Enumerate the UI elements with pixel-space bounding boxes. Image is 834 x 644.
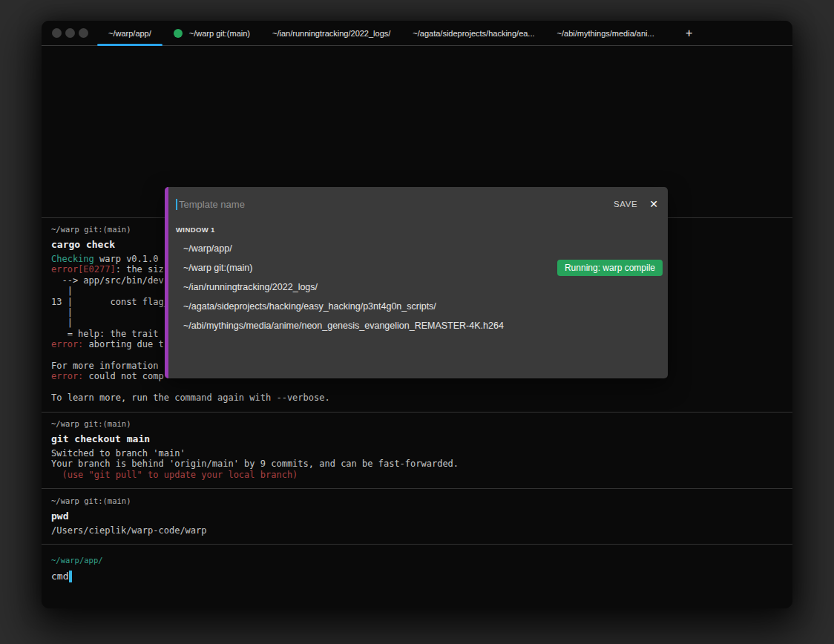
command-text: git checkout main bbox=[51, 433, 783, 445]
tab-runningtracking-logs[interactable]: ~/ian/runningtracking/2022_logs/ bbox=[261, 21, 401, 45]
template-pane-item[interactable]: ~/abi/mythings/media/anime/neon_genesis_… bbox=[165, 316, 668, 335]
pane-path: ~/ian/runningtracking/2022_logs/ bbox=[183, 282, 318, 292]
template-name-input[interactable] bbox=[179, 199, 614, 210]
pane-path: ~/warp/app/ bbox=[183, 243, 232, 254]
tab-label: ~/warp git:(main) bbox=[189, 29, 250, 38]
command-text: pwd bbox=[51, 510, 783, 522]
zoom-window-button[interactable] bbox=[79, 28, 88, 38]
output-line: To learn more, run the command again wit… bbox=[51, 392, 783, 403]
pane-path: ~/warp git:(main) bbox=[183, 263, 252, 273]
prompt-path: ~/warp git:(main) bbox=[51, 418, 783, 430]
output-segment: | bbox=[51, 307, 73, 318]
new-tab-button[interactable]: + bbox=[682, 27, 697, 40]
output-segment: warp v0.1.0 bbox=[94, 254, 164, 264]
terminal-cursor bbox=[69, 571, 72, 582]
template-pane-item[interactable]: ~/warp git:(main) Running: warp compile bbox=[165, 258, 668, 277]
output-segment: aborting due t bbox=[83, 339, 163, 349]
command-input[interactable]: cmd bbox=[51, 570, 783, 582]
tab-list: ~/warp/app/ ~/warp git:(main) ~/ian/runn… bbox=[97, 21, 666, 45]
save-template-dialog: SAVE ✕ WINDOW 1 ~/warp/app/ ~/warp git:(… bbox=[165, 187, 668, 378]
tab-warp-git-main[interactable]: ~/warp git:(main) bbox=[162, 21, 261, 45]
block-separator bbox=[42, 544, 792, 545]
close-window-button[interactable] bbox=[52, 28, 62, 38]
output-segment: error[E0277] bbox=[51, 264, 116, 275]
running-command-badge: Running: warp compile bbox=[557, 260, 663, 276]
output-segment: error: bbox=[51, 339, 83, 349]
output-segment: | bbox=[51, 286, 73, 296]
output-segment: (use "git pull" to update your local bra… bbox=[51, 470, 298, 480]
output-segment: --> app/src/bin/dev bbox=[51, 275, 164, 286]
tab-sideprojects-hacking[interactable]: ~/agata/sideprojects/hacking/ea... bbox=[401, 21, 545, 45]
block-separator bbox=[42, 412, 792, 413]
output-line: Switched to branch 'main' bbox=[51, 448, 783, 459]
output-segment: Checking bbox=[51, 254, 94, 264]
window-section-label: WINDOW 1 bbox=[176, 226, 668, 234]
tab-mythings-media[interactable]: ~/abi/mythings/media/ani... bbox=[546, 21, 666, 45]
template-pane-item[interactable]: ~/warp/app/ bbox=[165, 239, 668, 258]
current-input-block[interactable]: ~/warp/app/ cmd bbox=[51, 554, 783, 582]
minimize-window-button[interactable] bbox=[65, 28, 75, 38]
output-segment: 13 | const flag_o bbox=[51, 297, 174, 307]
window-controls bbox=[52, 28, 88, 38]
output-segment: : the siz bbox=[116, 264, 164, 275]
output-line-blank bbox=[51, 382, 783, 392]
tab-label: ~/agata/sideprojects/hacking/ea... bbox=[413, 29, 534, 38]
tab-label: ~/ian/runningtracking/2022_logs/ bbox=[272, 29, 390, 38]
running-process-dot-icon bbox=[174, 29, 183, 38]
output-line: (use "git pull" to update your local bra… bbox=[51, 470, 783, 480]
tab-label: ~/abi/mythings/media/ani... bbox=[557, 29, 654, 38]
text-caret bbox=[176, 199, 177, 210]
tab-warp-app[interactable]: ~/warp/app/ bbox=[97, 21, 162, 45]
pane-path: ~/agata/sideprojects/hacking/easy_hackin… bbox=[183, 301, 436, 312]
output-segment: = help: the trait bbox=[51, 329, 164, 339]
pane-path: ~/abi/mythings/media/anime/neon_genesis_… bbox=[183, 321, 504, 331]
output-segment: could not comp bbox=[83, 371, 163, 381]
output-line: Your branch is behind 'origin/main' by 9… bbox=[51, 459, 783, 469]
output-segment: Your branch is behind 'origin/main' by 9… bbox=[51, 459, 459, 469]
output-segment: To learn more, run the command again wit… bbox=[51, 392, 330, 403]
output-segment: Switched to branch 'main' bbox=[51, 448, 185, 459]
command-block-git-checkout[interactable]: ~/warp git:(main) git checkout main Swit… bbox=[51, 418, 783, 480]
dialog-header: SAVE ✕ bbox=[165, 187, 668, 221]
tab-bar: ~/warp/app/ ~/warp git:(main) ~/ian/runn… bbox=[42, 21, 792, 46]
save-button[interactable]: SAVE bbox=[614, 200, 637, 208]
tab-label: ~/warp/app/ bbox=[108, 29, 151, 38]
output-segment: For more information bbox=[51, 361, 164, 371]
close-icon[interactable]: ✕ bbox=[649, 198, 658, 210]
command-block-pwd[interactable]: ~/warp git:(main) pwd /Users/cieplik/war… bbox=[51, 495, 783, 536]
output-segment: error: bbox=[51, 371, 83, 381]
active-tab-indicator bbox=[97, 44, 162, 46]
output-segment: | bbox=[51, 318, 73, 328]
prompt-path: ~/warp git:(main) bbox=[51, 495, 783, 507]
output-line: /Users/cieplik/warp-code/warp bbox=[51, 525, 783, 536]
output-segment: /Users/cieplik/warp-code/warp bbox=[51, 525, 207, 536]
template-pane-item[interactable]: ~/agata/sideprojects/hacking/easy_hackin… bbox=[165, 297, 668, 316]
typed-text: cmd bbox=[51, 570, 68, 582]
template-pane-item[interactable]: ~/ian/runningtracking/2022_logs/ bbox=[165, 277, 668, 297]
terminal-window: ~/warp/app/ ~/warp git:(main) ~/ian/runn… bbox=[42, 21, 792, 608]
prompt-path: ~/warp/app/ bbox=[51, 554, 783, 566]
block-separator bbox=[42, 488, 792, 489]
